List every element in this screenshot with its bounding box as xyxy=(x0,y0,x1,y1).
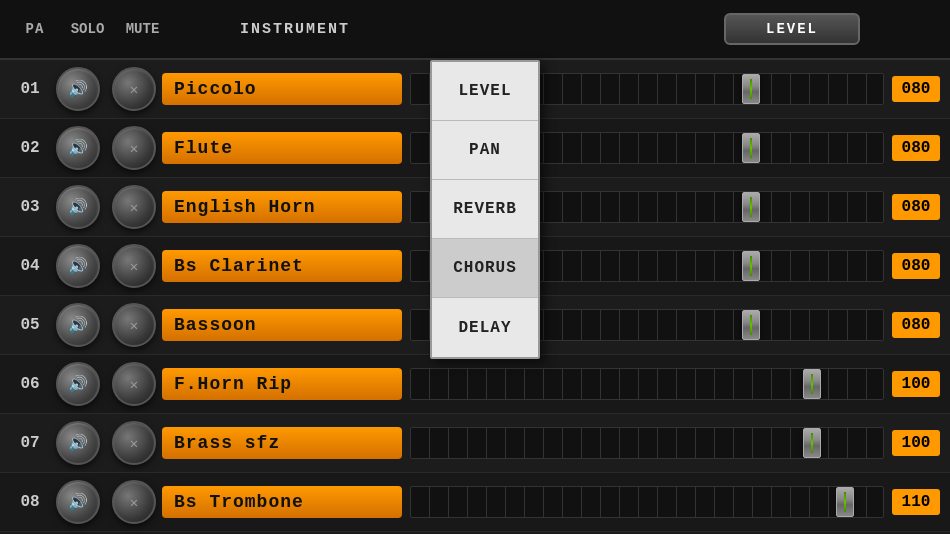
solo-button[interactable]: 🔊 xyxy=(56,126,100,170)
slider-track[interactable] xyxy=(410,427,884,459)
slider-handle[interactable] xyxy=(803,428,821,458)
slider-area: 110 xyxy=(410,473,940,531)
value-display: 080 xyxy=(892,194,940,220)
solo-button[interactable]: 🔊 xyxy=(56,67,100,111)
track-row-07: 07 🔊 ✕ Brass sfz 100 xyxy=(0,414,950,473)
slider-handle[interactable] xyxy=(742,310,760,340)
speaker-icon: 🔊 xyxy=(68,79,88,99)
mute-button[interactable]: ✕ xyxy=(112,67,156,111)
x-icon: ✕ xyxy=(130,435,138,452)
slider-track-container[interactable] xyxy=(410,482,884,522)
col-solo: SOLO xyxy=(60,21,115,37)
speaker-icon: 🔊 xyxy=(68,197,88,217)
x-icon: ✕ xyxy=(130,199,138,216)
speaker-icon: 🔊 xyxy=(68,374,88,394)
instrument-name: Flute xyxy=(162,132,402,164)
slider-track[interactable] xyxy=(410,368,884,400)
slider-handle[interactable] xyxy=(742,251,760,281)
mute-button[interactable]: ✕ xyxy=(112,126,156,170)
col-mute: MUTE xyxy=(115,21,170,37)
mute-button[interactable]: ✕ xyxy=(112,362,156,406)
instrument-name: Bs Trombone xyxy=(162,486,402,518)
instrument-name: Brass sfz xyxy=(162,427,402,459)
row-number: 02 xyxy=(10,139,50,157)
slider-area: 100 xyxy=(410,355,940,413)
speaker-icon: 🔊 xyxy=(68,138,88,158)
solo-button[interactable]: 🔊 xyxy=(56,185,100,229)
solo-button[interactable]: 🔊 xyxy=(56,362,100,406)
track-row-08: 08 🔊 ✕ Bs Trombone 110 xyxy=(0,473,950,532)
dropdown-item-level[interactable]: LEVEL xyxy=(432,62,538,121)
dropdown-menu: LEVELPANREVERBCHORUSDELAY xyxy=(430,60,540,359)
instrument-name: F.Horn Rip xyxy=(162,368,402,400)
row-number: 04 xyxy=(10,257,50,275)
x-icon: ✕ xyxy=(130,494,138,511)
x-icon: ✕ xyxy=(130,258,138,275)
mute-button[interactable]: ✕ xyxy=(112,244,156,288)
slider-area: 100 xyxy=(410,414,940,472)
value-display: 080 xyxy=(892,76,940,102)
dropdown-item-delay[interactable]: DELAY xyxy=(432,298,538,357)
value-display: 080 xyxy=(892,312,940,338)
speaker-icon: 🔊 xyxy=(68,492,88,512)
slider-track-container[interactable] xyxy=(410,423,884,463)
value-display: 100 xyxy=(892,371,940,397)
track-row-06: 06 🔊 ✕ F.Horn Rip 100 xyxy=(0,355,950,414)
row-number: 07 xyxy=(10,434,50,452)
value-display: 080 xyxy=(892,253,940,279)
solo-button[interactable]: 🔊 xyxy=(56,421,100,465)
speaker-icon: 🔊 xyxy=(68,256,88,276)
row-number: 06 xyxy=(10,375,50,393)
row-number: 03 xyxy=(10,198,50,216)
solo-button[interactable]: 🔊 xyxy=(56,303,100,347)
instrument-name: English Horn xyxy=(162,191,402,223)
slider-handle[interactable] xyxy=(836,487,854,517)
solo-button[interactable]: 🔊 xyxy=(56,244,100,288)
mute-button[interactable]: ✕ xyxy=(112,185,156,229)
slider-handle[interactable] xyxy=(742,192,760,222)
header-bar: PA SOLO MUTE INSTRUMENT LEVEL xyxy=(0,0,950,60)
x-icon: ✕ xyxy=(130,317,138,334)
x-icon: ✕ xyxy=(130,81,138,98)
slider-handle[interactable] xyxy=(803,369,821,399)
value-display: 100 xyxy=(892,430,940,456)
level-button[interactable]: LEVEL xyxy=(724,13,860,45)
speaker-icon: 🔊 xyxy=(68,433,88,453)
slider-track-container[interactable] xyxy=(410,364,884,404)
solo-button[interactable]: 🔊 xyxy=(56,480,100,524)
mute-button[interactable]: ✕ xyxy=(112,421,156,465)
col-pa: PA xyxy=(10,21,60,37)
dropdown-item-pan[interactable]: PAN xyxy=(432,121,538,180)
instrument-name: Bassoon xyxy=(162,309,402,341)
instrument-name: Bs Clarinet xyxy=(162,250,402,282)
dropdown-item-reverb[interactable]: REVERB xyxy=(432,180,538,239)
mute-button[interactable]: ✕ xyxy=(112,303,156,347)
instrument-name: Piccolo xyxy=(162,73,402,105)
speaker-icon: 🔊 xyxy=(68,315,88,335)
mute-button[interactable]: ✕ xyxy=(112,480,156,524)
value-display: 080 xyxy=(892,135,940,161)
row-number: 05 xyxy=(10,316,50,334)
slider-handle[interactable] xyxy=(742,133,760,163)
dropdown-item-chorus[interactable]: CHORUS xyxy=(432,239,538,298)
slider-track[interactable] xyxy=(410,486,884,518)
row-number: 08 xyxy=(10,493,50,511)
row-number: 01 xyxy=(10,80,50,98)
x-icon: ✕ xyxy=(130,140,138,157)
x-icon: ✕ xyxy=(130,376,138,393)
value-display: 110 xyxy=(892,489,940,515)
col-instrument: INSTRUMENT xyxy=(170,21,420,38)
slider-handle[interactable] xyxy=(742,74,760,104)
